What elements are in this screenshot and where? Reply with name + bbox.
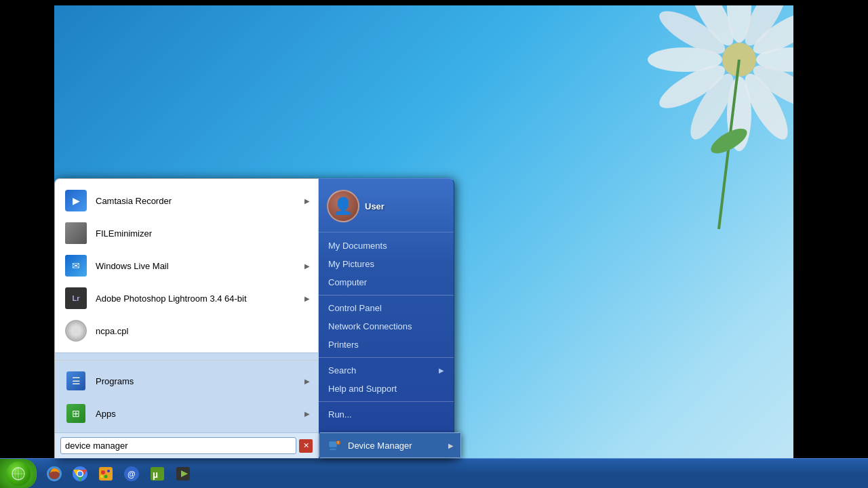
black-bar-top bbox=[54, 0, 793, 5]
live-mail-arrow-icon: ▶ bbox=[304, 262, 310, 270]
device-manager-icon: ! bbox=[326, 437, 342, 453]
fileminimizer-icon bbox=[63, 220, 89, 246]
sidebar-item-run[interactable]: Run... bbox=[319, 405, 454, 424]
svg-rect-16 bbox=[330, 448, 336, 449]
svg-text:@: @ bbox=[127, 470, 136, 479]
my-documents-label: My Documents bbox=[328, 241, 444, 251]
sidebar-item-computer[interactable]: Computer bbox=[319, 273, 454, 291]
device-manager-popup: ! Device Manager ▶ bbox=[319, 432, 461, 458]
device-manager-label: Device Manager bbox=[348, 441, 448, 451]
menu-item-live-mail[interactable]: ✉ Windows Live Mail ▶ bbox=[55, 249, 318, 282]
menu-item-camtasia-label: Camtasia Recorder bbox=[96, 196, 304, 206]
menu-item-programs[interactable]: ☰ Programs ▶ bbox=[55, 365, 318, 397]
sidebar-item-network-connections[interactable]: Network Connections bbox=[319, 317, 454, 336]
search-area: ✕ bbox=[55, 432, 318, 458]
taskbar-icon-tool5[interactable]: @ bbox=[119, 462, 144, 486]
start-orb-icon bbox=[6, 462, 31, 486]
taskbar-icon-chrome[interactable] bbox=[68, 462, 92, 486]
menu-item-programs-label: Programs bbox=[96, 376, 304, 386]
start-button[interactable] bbox=[0, 459, 37, 489]
taskbar-icon-camtasia[interactable] bbox=[171, 462, 195, 486]
menu-item-apps[interactable]: ⊞ Apps ▶ bbox=[55, 397, 318, 430]
svg-rect-29 bbox=[99, 467, 113, 481]
flower-svg bbox=[604, 5, 793, 263]
svg-rect-17 bbox=[330, 449, 336, 450]
menu-item-camtasia[interactable]: Camtasia Recorder ▶ bbox=[55, 184, 318, 217]
apps-arrow-icon: ▶ bbox=[304, 410, 310, 418]
menu-item-live-mail-label: Windows Live Mail bbox=[96, 261, 304, 271]
camtasia-arrow-icon: ▶ bbox=[304, 197, 310, 205]
menu-item-fileminimizer[interactable]: FILEminimizer bbox=[55, 217, 318, 249]
menu-item-apps-label: Apps bbox=[96, 409, 304, 419]
taskbar: @ µ bbox=[0, 458, 868, 488]
lightroom-icon: Lr bbox=[63, 285, 89, 311]
taskbar-icon-paint[interactable] bbox=[94, 462, 118, 486]
programs-arrow-icon: ▶ bbox=[304, 378, 310, 385]
menu-item-ncpa-label: ncpa.cpl bbox=[96, 326, 310, 336]
search-input[interactable] bbox=[65, 441, 292, 451]
programs-apps-area: ☰ Programs ▶ ⊞ Apps ▶ bbox=[55, 352, 318, 432]
right-divider-3 bbox=[319, 401, 454, 402]
search-arrow-icon: ▶ bbox=[439, 367, 444, 374]
menu-item-fileminimizer-label: FILEminimizer bbox=[96, 228, 310, 239]
sidebar-item-my-pictures[interactable]: My Pictures bbox=[319, 255, 454, 273]
menu-item-lightroom[interactable]: Lr Adobe Photoshop Lightroom 3.4 64-bit … bbox=[55, 282, 318, 314]
my-pictures-label: My Pictures bbox=[328, 259, 444, 269]
black-bar-left bbox=[0, 0, 54, 488]
computer-label: Computer bbox=[328, 277, 444, 287]
svg-point-28 bbox=[78, 471, 83, 476]
sidebar-item-control-panel[interactable]: Control Panel bbox=[319, 299, 454, 317]
user-name-label: User bbox=[365, 201, 384, 211]
desktop-decoration bbox=[522, 5, 793, 344]
help-support-label: Help and Support bbox=[328, 384, 444, 394]
menu-left-panel: Camtasia Recorder ▶ FILEminimizer ✉ Wind… bbox=[54, 178, 319, 458]
search-input-wrap bbox=[60, 437, 296, 454]
device-manager-item[interactable]: ! Device Manager ▶ bbox=[319, 433, 460, 458]
svg-rect-15 bbox=[329, 441, 337, 447]
sidebar-item-my-documents[interactable]: My Documents bbox=[319, 237, 454, 255]
taskbar-items: @ µ bbox=[39, 462, 868, 486]
menu-item-lightroom-label: Adobe Photoshop Lightroom 3.4 64-bit bbox=[96, 293, 304, 304]
search-clear-button[interactable]: ✕ bbox=[299, 439, 313, 453]
svg-point-32 bbox=[104, 474, 108, 478]
right-divider-1 bbox=[319, 295, 454, 296]
camtasia-icon bbox=[63, 188, 89, 214]
taskbar-icon-firefox[interactable] bbox=[42, 462, 66, 486]
ncpa-icon bbox=[63, 318, 89, 344]
menu-divider-1 bbox=[55, 360, 318, 361]
lightroom-arrow-icon: ▶ bbox=[304, 295, 310, 302]
network-connections-label: Network Connections bbox=[328, 321, 444, 331]
menu-items-list: Camtasia Recorder ▶ FILEminimizer ✉ Wind… bbox=[55, 179, 318, 352]
black-bar-right bbox=[793, 0, 868, 488]
svg-point-30 bbox=[101, 470, 105, 474]
programs-icon: ☰ bbox=[63, 368, 89, 394]
user-section: 👤 User bbox=[319, 184, 454, 232]
svg-point-31 bbox=[107, 470, 110, 472]
avatar: 👤 bbox=[327, 190, 359, 222]
svg-point-33 bbox=[100, 475, 103, 478]
sidebar-item-printers[interactable]: Printers bbox=[319, 336, 454, 354]
run-label: Run... bbox=[328, 409, 444, 420]
start-menu: Camtasia Recorder ▶ FILEminimizer ✉ Wind… bbox=[54, 178, 454, 458]
live-mail-icon: ✉ bbox=[63, 253, 89, 279]
right-divider-2 bbox=[319, 357, 454, 358]
apps-icon: ⊞ bbox=[63, 401, 89, 426]
svg-text:µ: µ bbox=[153, 469, 158, 480]
sidebar-item-search[interactable]: Search ▶ bbox=[319, 361, 454, 380]
menu-right-panel: 👤 User My Documents My Pictures Computer… bbox=[319, 178, 454, 458]
printers-label: Printers bbox=[328, 340, 444, 350]
menu-item-ncpa[interactable]: ncpa.cpl bbox=[55, 314, 318, 347]
control-panel-label: Control Panel bbox=[328, 303, 444, 313]
taskbar-icon-utorrent[interactable]: µ bbox=[145, 462, 170, 486]
device-manager-arrow-icon: ▶ bbox=[448, 442, 454, 449]
sidebar-item-help-support[interactable]: Help and Support bbox=[319, 380, 454, 398]
search-label: Search bbox=[328, 365, 439, 375]
search-row: ✕ bbox=[60, 437, 313, 454]
